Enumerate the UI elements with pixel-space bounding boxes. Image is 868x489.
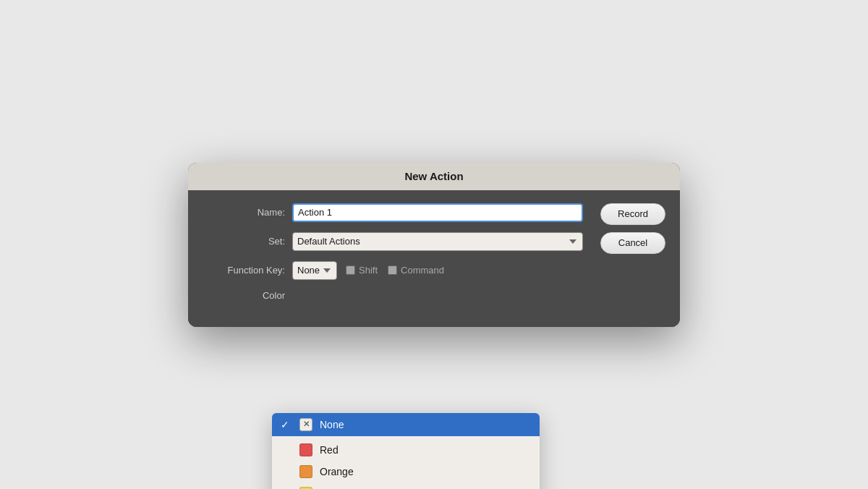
dialog-title: New Action — [404, 170, 463, 182]
set-select[interactable]: Default Actions — [292, 232, 583, 251]
command-label: Command — [401, 265, 444, 276]
modifier-checkboxes: Shift Command — [346, 265, 444, 276]
orange-swatch — [299, 465, 312, 478]
yellow-swatch — [299, 487, 312, 490]
orange-label: Orange — [320, 466, 354, 477]
red-label: Red — [320, 444, 339, 456]
checkmark-icon: ✓ — [281, 419, 292, 430]
name-input[interactable] — [292, 203, 583, 222]
shift-checkbox-item: Shift — [346, 265, 378, 276]
name-label: Name: — [205, 207, 285, 218]
none-swatch: ✕ — [299, 418, 312, 431]
color-option-yellow[interactable]: Yellow — [272, 482, 540, 490]
name-row: Name: — [205, 203, 583, 222]
color-dropdown[interactable]: ✓ ✕ None Red Orange Yel — [272, 413, 540, 490]
function-key-label: Function Key: — [205, 265, 285, 276]
function-key-controls: None Shift Command — [292, 261, 444, 280]
color-label: Color — [205, 290, 285, 301]
dialog-wrapper: New Action Name: Set: Default Actions — [188, 163, 680, 327]
dropdown-selected-none[interactable]: ✓ ✕ None — [272, 413, 540, 436]
dialog-body: Name: Set: Default Actions Function Key:… — [188, 190, 680, 327]
red-swatch — [299, 443, 312, 456]
dialog-titlebar: New Action — [188, 163, 680, 190]
shift-checkbox[interactable] — [346, 265, 355, 275]
action-buttons: Record Cancel — [600, 203, 665, 254]
color-option-red[interactable]: Red — [272, 439, 540, 461]
new-action-dialog: New Action Name: Set: Default Actions — [188, 163, 680, 327]
record-button[interactable]: Record — [600, 203, 665, 225]
dropdown-list: Red Orange Yellow Green — [272, 436, 540, 490]
color-row: Color — [205, 290, 583, 301]
command-checkbox-item: Command — [388, 265, 444, 276]
shift-label: Shift — [359, 265, 378, 276]
selected-none-label: None — [320, 419, 344, 430]
function-key-select[interactable]: None — [292, 261, 337, 280]
cancel-button[interactable]: Cancel — [600, 232, 665, 254]
form-content: Name: Set: Default Actions Function Key:… — [205, 203, 583, 301]
set-row: Set: Default Actions — [205, 232, 583, 251]
color-option-orange[interactable]: Orange — [272, 461, 540, 482]
function-key-row: Function Key: None Shift — [205, 261, 583, 280]
command-checkbox[interactable] — [388, 265, 397, 275]
set-label: Set: — [205, 236, 285, 247]
